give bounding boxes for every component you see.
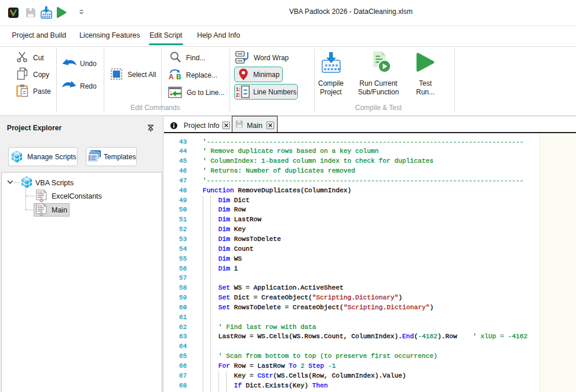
svg-text:1:: 1: bbox=[236, 86, 240, 92]
svg-text:A: A bbox=[169, 73, 174, 80]
svg-text:2:: 2: bbox=[236, 92, 240, 98]
svg-text:B: B bbox=[176, 73, 181, 80]
